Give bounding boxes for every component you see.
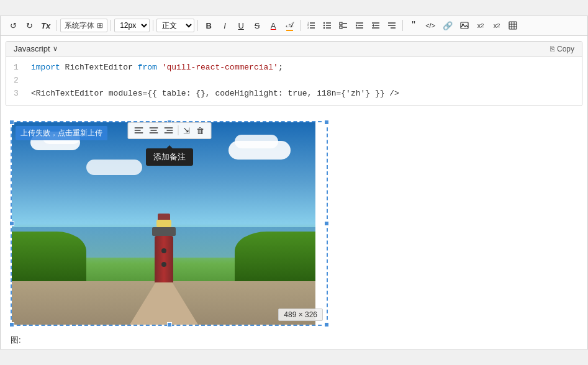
resize-handle-top-left[interactable]: [9, 120, 14, 125]
delete-button[interactable]: 🗑: [194, 125, 207, 137]
lighthouse-body: [155, 236, 173, 282]
clear-format-button[interactable]: Tx: [38, 18, 53, 33]
code-block-header: Javascript ∨ ⎘ Copy: [6, 42, 582, 56]
lighthouse-gallery: [152, 227, 176, 236]
ordered-list-button[interactable]: 123: [304, 18, 319, 33]
line-number: 3: [14, 88, 21, 101]
resize-handle-bottom-center[interactable]: [167, 322, 172, 327]
toolbar-divider-4: [197, 20, 198, 31]
cloud-4: [235, 135, 278, 148]
chevron-down-icon: ∨: [53, 45, 58, 53]
copy-label: Copy: [557, 45, 574, 53]
caption-area: 图:: [1, 331, 587, 349]
svg-rect-29: [509, 22, 517, 29]
line-number: 2: [14, 74, 21, 88]
strikethrough-button[interactable]: S: [250, 18, 265, 33]
trees-left: [12, 232, 86, 281]
lighthouse-lantern: [156, 220, 171, 227]
lighthouse-window-2: [161, 262, 166, 267]
svg-text:3: 3: [307, 26, 309, 29]
toolbar-divider-6: [402, 20, 403, 31]
resize-handle-middle-left[interactable]: [9, 221, 14, 226]
toolbar: ↺ ↻ Tx 系统字体 ⊞ 12px 14px 16px 正文 标题1 标题2 …: [1, 16, 587, 36]
svg-point-11: [323, 27, 325, 29]
underline-button[interactable]: U: [233, 18, 248, 33]
align-right-button[interactable]: [161, 125, 175, 135]
unordered-list-button[interactable]: [320, 18, 335, 33]
add-caption-tooltip[interactable]: 添加备注: [146, 148, 193, 166]
language-selector[interactable]: Javascript ∨: [14, 44, 58, 53]
image-button[interactable]: [457, 18, 472, 33]
resize-handle-middle-right[interactable]: [324, 221, 329, 226]
align-right-button[interactable]: [384, 18, 399, 33]
font-selector[interactable]: 系统字体 ⊞: [60, 19, 107, 32]
image-section: 上传失败，点击重新上传 ⇲ 🗑 添加备注: [1, 111, 587, 331]
image-toolbar: ⇲ 🗑: [127, 122, 211, 139]
resize-button[interactable]: ⇲: [181, 125, 192, 137]
image-toolbar-divider: [178, 125, 178, 135]
toolbar-divider-2: [111, 20, 111, 31]
code-content: 1 import RichTextEditor from 'quill-reac…: [6, 56, 582, 105]
svg-point-10: [323, 25, 325, 26]
align-center-button[interactable]: [147, 125, 160, 135]
align-left-button[interactable]: [132, 125, 145, 135]
code-line-1: 1 import RichTextEditor from 'quill-reac…: [14, 61, 574, 74]
table-button[interactable]: [505, 18, 520, 33]
code-block: Javascript ∨ ⎘ Copy 1 import RichTextEdi…: [6, 41, 582, 106]
resize-handle-bottom-left[interactable]: [9, 322, 14, 327]
indent-increase-button[interactable]: [368, 18, 383, 33]
svg-rect-12: [340, 22, 342, 25]
copy-icon: ⎘: [550, 45, 554, 53]
image-container: 上传失败，点击重新上传 ⇲ 🗑 添加备注: [11, 121, 328, 326]
quote-button[interactable]: ": [406, 18, 421, 33]
bold-button[interactable]: B: [201, 18, 216, 33]
trees-right: [235, 232, 315, 281]
todo-list-button[interactable]: [336, 18, 351, 33]
code-line-2: 2: [14, 74, 574, 88]
superscript-button[interactable]: x2: [489, 18, 504, 33]
italic-button[interactable]: I: [217, 18, 232, 33]
font-bg-button[interactable]: 𝒜: [282, 18, 297, 33]
upload-failed-label[interactable]: 上传失败，点击重新上传: [16, 126, 107, 140]
language-label: Javascript: [14, 44, 50, 53]
toolbar-divider-5: [300, 20, 301, 31]
font-color-button[interactable]: A: [266, 18, 281, 33]
redo-button[interactable]: ↻: [22, 18, 37, 33]
font-size-select[interactable]: 12px 14px 16px: [114, 19, 150, 32]
toolbar-divider-3: [153, 20, 153, 31]
toolbar-divider-1: [57, 20, 57, 31]
indent-decrease-button[interactable]: [352, 18, 367, 33]
heading-select[interactable]: 正文 标题1 标题2: [156, 19, 194, 32]
svg-point-9: [323, 22, 325, 24]
copy-button[interactable]: ⎘ Copy: [550, 45, 574, 53]
undo-button[interactable]: ↺: [6, 18, 20, 33]
code-inline-button[interactable]: </>: [422, 18, 438, 33]
caption-label: 图:: [11, 335, 21, 345]
editor-container: ↺ ↻ Tx 系统字体 ⊞ 12px 14px 16px 正文 标题1 标题2 …: [0, 15, 588, 349]
image-size-badge: 489 × 326: [278, 309, 323, 321]
svg-marker-19: [356, 24, 358, 27]
resize-handle-top-right[interactable]: [324, 120, 329, 125]
subscript-button[interactable]: x2: [473, 18, 488, 33]
link-button[interactable]: 🔗: [440, 18, 456, 33]
lighthouse-window-1: [161, 248, 166, 253]
code-line-3: 3 <RichTextEditor modules={{ table: {}, …: [14, 88, 574, 101]
line-number: 1: [14, 61, 21, 74]
cloud-5: [86, 160, 142, 175]
svg-marker-23: [372, 24, 374, 27]
lighthouse-cap: [158, 214, 170, 220]
svg-rect-27: [461, 22, 468, 29]
resize-handle-bottom-right[interactable]: [324, 322, 329, 327]
svg-rect-14: [340, 26, 342, 29]
